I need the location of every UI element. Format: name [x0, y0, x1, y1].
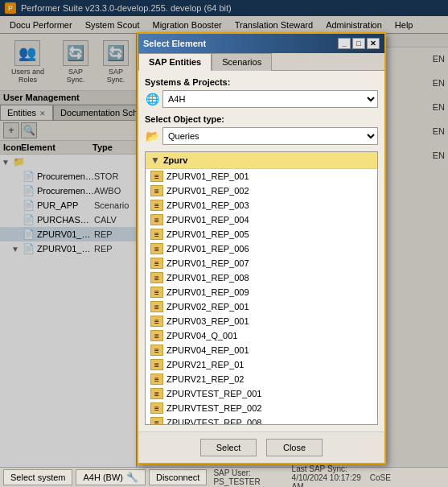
system-select-row: 🌐 A4H — [145, 90, 378, 108]
list-item[interactable]: ≡ ZPURV21_REP_02 — [146, 372, 377, 386]
item-icon: ≡ — [150, 243, 163, 254]
dialog-body: Systems & Projects: 🌐 A4H Select Object … — [138, 71, 384, 431]
list-item[interactable]: ≡ ZPURV01_REP_003 — [146, 198, 377, 213]
object-type-label: Select Object type: — [145, 114, 378, 124]
dialog-title: Select Element — [143, 39, 338, 48]
object-type-dropdown[interactable]: Queries — [162, 127, 378, 145]
list-item[interactable]: ≡ ZPURVTEST_REP_002 — [146, 401, 377, 415]
dialog-close-button[interactable]: ✕ — [367, 38, 380, 49]
list-item[interactable]: ≡ ZPURVTEST_REP_008 — [146, 415, 377, 424]
item-icon: ≡ — [150, 258, 163, 269]
list-item[interactable]: ≡ ZPURV02_REP_001 — [146, 299, 377, 314]
list-item[interactable]: ≡ ZPURV01_REP_005 — [146, 227, 377, 241]
item-label: ZPURV04_Q_001 — [166, 331, 237, 340]
list-item[interactable]: ≡ ZPURV04_Q_001 — [146, 328, 377, 343]
dialog-maximize-button[interactable]: □ — [352, 38, 365, 49]
systems-projects-label: Systems & Projects: — [145, 77, 378, 87]
item-icon: ≡ — [150, 200, 163, 211]
system-icon: 🌐 — [145, 92, 159, 106]
list-item[interactable]: ≡ ZPURV01_REP_009 — [146, 285, 377, 299]
item-icon: ≡ — [150, 359, 163, 370]
item-icon: ≡ — [150, 229, 163, 240]
cose-text: CoSE — [367, 473, 445, 482]
dialog-tabs: SAP Entities Scenarios — [138, 53, 384, 71]
item-label: ZPURV04_REP_001 — [166, 345, 249, 355]
item-label: ZPURV21_REP_01 — [166, 360, 244, 369]
system-dropdown[interactable]: A4H — [162, 90, 378, 108]
select-system-button[interactable]: Select system — [3, 469, 72, 485]
object-type-select-row: 📂 Queries — [145, 127, 378, 145]
item-label: ZPURVTEST_REP_008 — [166, 418, 261, 424]
item-icon: ≡ — [150, 301, 163, 312]
item-icon: ≡ — [150, 214, 163, 225]
list-item[interactable]: ≡ ZPURV04_REP_001 — [146, 343, 377, 357]
item-icon: ≡ — [150, 287, 163, 298]
dialog-footer: Select Close — [138, 431, 384, 463]
list-item[interactable]: ≡ ZPURV01_REP_001 — [146, 169, 377, 184]
item-icon: ≡ — [150, 388, 163, 399]
last-sync-text: Last SAP Sync: 4/10/2024 10:17:29 AM — [289, 464, 367, 488]
close-button[interactable]: Close — [266, 439, 323, 456]
item-label: ZPURV01_REP_003 — [166, 200, 249, 210]
status-bar: Select system A4H (BW) 🔧 Disconnect SAP … — [0, 467, 448, 487]
list-container: ▼ Zpurv ≡ ZPURV01_REP_001 ≡ ZPURV01_REP_… — [145, 151, 378, 425]
item-icon: ≡ — [150, 402, 163, 414]
item-label: ZPURV03_REP_001 — [166, 316, 249, 326]
system-info: A4H (BW) 🔧 — [76, 469, 146, 485]
list-item[interactable]: ≡ ZPURV01_REP_006 — [146, 241, 377, 256]
dialog-titlebar: Select Element _ □ ✕ — [138, 34, 384, 53]
list-item[interactable]: ≡ ZPURVTEST_REP_001 — [146, 386, 377, 401]
filter-label: Zpurv — [163, 155, 188, 165]
dialog-tab-sap-entities[interactable]: SAP Entities — [138, 53, 212, 71]
item-icon: ≡ — [150, 185, 163, 196]
item-label: ZPURV01_REP_007 — [166, 258, 249, 268]
dialog-title-buttons: _ □ ✕ — [338, 38, 380, 49]
item-label: ZPURV01_REP_006 — [166, 244, 249, 254]
dialog-tab-scenarios[interactable]: Scenarios — [212, 53, 272, 71]
item-label: ZPURV01_REP_005 — [166, 229, 249, 239]
item-label: ZPURV02_REP_001 — [166, 302, 249, 312]
sap-user-text: SAP User: PS_TESTER — [210, 468, 288, 486]
item-icon: ≡ — [150, 272, 163, 283]
item-icon: ≡ — [150, 330, 163, 341]
item-label: ZPURV01_REP_004 — [166, 215, 249, 225]
item-label: ZPURV21_REP_02 — [166, 374, 244, 384]
item-icon: ≡ — [150, 171, 163, 182]
item-label: ZPURV01_REP_008 — [166, 273, 249, 283]
list-item[interactable]: ≡ ZPURV01_REP_008 — [146, 270, 377, 285]
filter-icon: ▼ — [150, 155, 160, 166]
dialog-minimize-button[interactable]: _ — [338, 38, 351, 49]
select-button[interactable]: Select — [200, 439, 257, 456]
list-item[interactable]: ≡ ZPURV21_REP_01 — [146, 357, 377, 372]
object-type-icon: 📂 — [145, 129, 159, 143]
list-item[interactable]: ≡ ZPURV03_REP_001 — [146, 314, 377, 328]
item-icon: ≡ — [150, 345, 163, 356]
items-list[interactable]: ≡ ZPURV01_REP_001 ≡ ZPURV01_REP_002 ≡ ZP… — [146, 169, 377, 424]
item-label: ZPURV01_REP_009 — [166, 287, 249, 297]
select-element-dialog: Select Element _ □ ✕ SAP Entities Scenar… — [137, 32, 386, 464]
item-label: ZPURVTEST_REP_002 — [166, 403, 261, 413]
item-icon: ≡ — [150, 417, 163, 424]
item-icon: ≡ — [150, 374, 163, 385]
item-icon: ≡ — [150, 316, 163, 327]
item-label: ZPURV01_REP_001 — [166, 171, 249, 181]
list-header: ▼ Zpurv — [146, 152, 377, 169]
disconnect-button[interactable]: Disconnect — [149, 469, 207, 485]
list-item[interactable]: ≡ ZPURV01_REP_007 — [146, 256, 377, 270]
list-item[interactable]: ≡ ZPURV01_REP_002 — [146, 184, 377, 198]
item-label: ZPURV01_REP_002 — [166, 186, 249, 196]
list-item[interactable]: ≡ ZPURV01_REP_004 — [146, 213, 377, 227]
bw-icon: 🔧 — [126, 472, 138, 483]
item-label: ZPURVTEST_REP_001 — [166, 389, 261, 398]
